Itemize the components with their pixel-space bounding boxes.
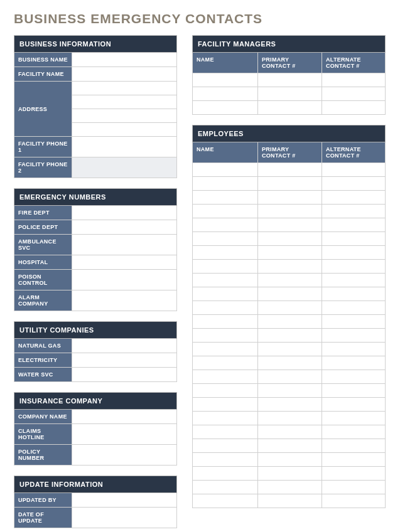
emp-alternate-cell[interactable] [322,343,385,356]
insurance-field[interactable] [72,424,176,444]
emergency-field[interactable] [72,235,176,255]
address-line-2[interactable] [72,95,176,109]
insurance-field[interactable] [72,410,176,423]
emp-name-cell[interactable] [193,398,258,411]
emergency-field[interactable] [72,206,176,220]
emp-alternate-cell[interactable] [322,425,385,439]
utility-field[interactable] [72,353,176,367]
emp-primary-cell[interactable] [258,453,322,466]
emp-name-cell[interactable] [193,163,258,176]
emp-alternate-cell[interactable] [322,246,385,259]
facility-phone-2-field[interactable] [72,157,176,178]
emp-alternate-cell[interactable] [322,191,385,204]
emp-name-cell[interactable] [193,177,258,190]
emp-name-cell[interactable] [193,205,258,218]
emergency-field[interactable] [72,290,176,311]
emp-alternate-cell[interactable] [322,218,385,231]
emp-primary-cell[interactable] [258,218,322,231]
emp-primary-cell[interactable] [258,287,322,301]
emergency-field[interactable] [72,270,176,290]
emp-name-cell[interactable] [193,260,258,273]
emp-primary-cell[interactable] [258,163,322,176]
emp-alternate-cell[interactable] [322,398,385,411]
fm-primary-cell[interactable] [258,101,322,114]
emp-primary-cell[interactable] [258,467,322,480]
emp-primary-cell[interactable] [258,177,322,190]
emp-primary-cell[interactable] [258,205,322,218]
emp-alternate-cell[interactable] [322,301,385,314]
emp-name-cell[interactable] [193,232,258,245]
emp-alternate-cell[interactable] [322,412,385,425]
insurance-field[interactable] [72,445,176,465]
emp-alternate-cell[interactable] [322,274,385,287]
emp-alternate-cell[interactable] [322,467,385,480]
emp-name-cell[interactable] [193,246,258,259]
utility-field[interactable] [72,368,176,381]
emp-name-cell[interactable] [193,384,258,397]
emp-alternate-cell[interactable] [322,481,385,494]
emp-alternate-cell[interactable] [322,177,385,190]
emp-name-cell[interactable] [193,301,258,314]
emp-primary-cell[interactable] [258,384,322,397]
address-line-3[interactable] [72,109,176,123]
emp-primary-cell[interactable] [258,191,322,204]
emp-primary-cell[interactable] [258,232,322,245]
fm-alternate-cell[interactable] [322,87,385,100]
emp-primary-cell[interactable] [258,260,322,273]
fm-name-cell[interactable] [193,87,258,100]
business-name-field[interactable] [72,53,176,66]
fm-name-cell[interactable] [193,73,258,87]
emp-alternate-cell[interactable] [322,287,385,301]
emp-alternate-cell[interactable] [322,356,385,370]
utility-field[interactable] [72,339,176,353]
emp-name-cell[interactable] [193,494,258,508]
emp-name-cell[interactable] [193,439,258,452]
emp-name-cell[interactable] [193,315,258,328]
emp-primary-cell[interactable] [258,343,322,356]
emp-alternate-cell[interactable] [322,205,385,218]
emp-name-cell[interactable] [193,412,258,425]
address-line-1[interactable] [72,82,176,95]
emp-alternate-cell[interactable] [322,315,385,328]
update-field[interactable] [72,508,176,528]
emp-alternate-cell[interactable] [322,453,385,466]
facility-phone-1-field[interactable] [72,137,176,157]
fm-name-cell[interactable] [193,101,258,114]
fm-primary-cell[interactable] [258,73,322,87]
fm-alternate-cell[interactable] [322,101,385,114]
emp-name-cell[interactable] [193,467,258,480]
facility-name-field[interactable] [72,67,176,81]
update-field[interactable] [72,493,176,507]
fm-alternate-cell[interactable] [322,73,385,87]
emergency-field[interactable] [72,220,176,234]
fm-primary-cell[interactable] [258,87,322,100]
emp-alternate-cell[interactable] [322,439,385,452]
emp-name-cell[interactable] [193,356,258,370]
emp-primary-cell[interactable] [258,425,322,439]
emp-name-cell[interactable] [193,425,258,439]
emp-primary-cell[interactable] [258,246,322,259]
emp-alternate-cell[interactable] [322,370,385,383]
emp-primary-cell[interactable] [258,439,322,452]
emp-primary-cell[interactable] [258,494,322,508]
emp-name-cell[interactable] [193,343,258,356]
emp-primary-cell[interactable] [258,412,322,425]
emp-alternate-cell[interactable] [322,329,385,342]
emp-primary-cell[interactable] [258,301,322,314]
emp-name-cell[interactable] [193,370,258,383]
emp-alternate-cell[interactable] [322,260,385,273]
emp-alternate-cell[interactable] [322,494,385,508]
emp-name-cell[interactable] [193,453,258,466]
emp-name-cell[interactable] [193,274,258,287]
emp-name-cell[interactable] [193,481,258,494]
emp-name-cell[interactable] [193,191,258,204]
emergency-field[interactable] [72,255,176,269]
emp-alternate-cell[interactable] [322,232,385,245]
emp-primary-cell[interactable] [258,274,322,287]
emp-alternate-cell[interactable] [322,384,385,397]
emp-alternate-cell[interactable] [322,163,385,176]
emp-primary-cell[interactable] [258,370,322,383]
emp-primary-cell[interactable] [258,329,322,342]
emp-name-cell[interactable] [193,218,258,231]
emp-primary-cell[interactable] [258,398,322,411]
